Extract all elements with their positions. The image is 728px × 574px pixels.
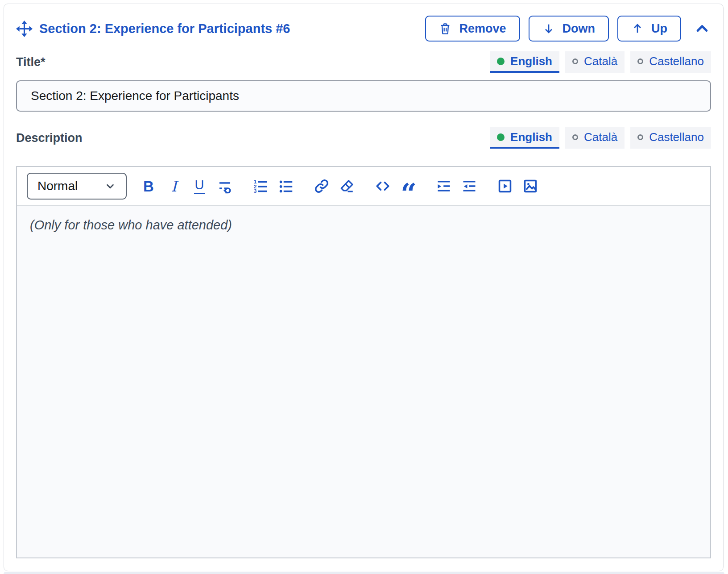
language-tab-label: English (510, 54, 552, 68)
ordered-list-icon: 1 2 3 (252, 178, 269, 194)
chevron-up-icon (694, 21, 710, 37)
line-break-button[interactable] (216, 176, 233, 196)
link-icon (314, 179, 329, 194)
editor-paragraph: (Only for those who have attended) (30, 218, 697, 233)
next-section-card-edge (4, 572, 724, 574)
italic-icon: I (171, 179, 177, 194)
inactive-language-dot-icon (637, 58, 643, 64)
insert-image-button[interactable] (522, 176, 539, 196)
section-title: Section 2: Experience for Participants #… (39, 21, 290, 36)
title-input[interactable] (16, 80, 711, 112)
eraser-icon (339, 179, 355, 194)
description-field-label: Description (16, 131, 83, 149)
underline-button[interactable]: U (191, 176, 208, 196)
section-panel: Section 2: Experience for Participants #… (4, 4, 724, 571)
language-tab-catala[interactable]: Català (565, 127, 625, 149)
title-field-header: Title* English Català Castellano (16, 51, 711, 73)
language-tab-label: Castellano (649, 130, 704, 144)
description-rich-text-editor: Normal B I U (16, 166, 711, 558)
embed-video-button[interactable] (496, 176, 513, 196)
language-tab-castellano[interactable]: Castellano (630, 51, 711, 73)
svg-text:3: 3 (254, 188, 256, 194)
section-header-left: Section 2: Experience for Participants #… (16, 21, 290, 37)
paragraph-format-select[interactable]: Normal (27, 173, 127, 200)
active-language-dot-icon (497, 58, 505, 65)
trash-icon (439, 22, 451, 35)
inactive-language-dot-icon (572, 58, 578, 64)
ordered-list-button[interactable]: 1 2 3 (252, 176, 269, 196)
title-field-label: Title* (16, 55, 46, 73)
italic-button[interactable]: I (165, 176, 182, 196)
arrow-up-icon (631, 22, 644, 35)
language-tab-catala[interactable]: Català (565, 51, 625, 73)
video-icon (497, 179, 513, 194)
inactive-language-dot-icon (572, 134, 578, 140)
language-tab-castellano[interactable]: Castellano (630, 127, 711, 149)
active-language-dot-icon (497, 133, 505, 141)
description-field-header: Description English Català Castellano (16, 127, 711, 149)
indent-button[interactable] (435, 176, 452, 196)
blockquote-button[interactable]: “ (400, 176, 417, 196)
editor-toolbar: Normal B I U (17, 167, 710, 206)
description-language-tabs: English Català Castellano (490, 127, 711, 149)
drag-handle-icon[interactable] (16, 21, 33, 37)
link-button[interactable] (313, 176, 330, 196)
editor-content-area[interactable]: (Only for those who have attended) (17, 206, 710, 557)
bullet-list-icon (278, 178, 294, 194)
clear-format-button[interactable] (339, 176, 356, 196)
title-language-tabs: English Català Castellano (490, 51, 711, 73)
move-down-button-label: Down (563, 22, 596, 36)
bold-icon: B (143, 179, 154, 194)
language-tab-label: Castellano (649, 54, 704, 68)
language-tab-label: English (510, 130, 552, 144)
language-tab-english[interactable]: English (490, 51, 559, 73)
language-tab-label: Català (584, 130, 617, 144)
move-up-button-label: Up (651, 22, 667, 36)
toolbar-icon-groups: B I U (140, 176, 539, 196)
move-down-button[interactable]: Down (529, 16, 609, 42)
indent-icon (436, 178, 452, 194)
arrow-down-icon (542, 22, 555, 35)
section-header: Section 2: Experience for Participants #… (16, 16, 711, 42)
outdent-button[interactable] (461, 176, 478, 196)
remove-button[interactable]: Remove (425, 16, 520, 42)
bold-button[interactable]: B (140, 176, 157, 196)
language-tab-label: Català (584, 54, 617, 68)
outdent-icon (461, 178, 477, 194)
image-icon (523, 179, 538, 194)
code-icon (375, 178, 391, 194)
section-actions: Remove Down Up (425, 16, 711, 42)
move-up-button[interactable]: Up (617, 16, 681, 42)
collapse-section-button[interactable] (693, 21, 711, 37)
bullet-list-button[interactable] (277, 176, 294, 196)
language-tab-english[interactable]: English (490, 127, 559, 149)
remove-button-label: Remove (459, 22, 506, 36)
underline-icon: U (194, 179, 205, 194)
chevron-down-icon (104, 180, 116, 192)
code-button[interactable] (374, 176, 391, 196)
format-select-value: Normal (37, 179, 78, 193)
inactive-language-dot-icon (637, 134, 643, 140)
line-break-icon (217, 179, 232, 194)
